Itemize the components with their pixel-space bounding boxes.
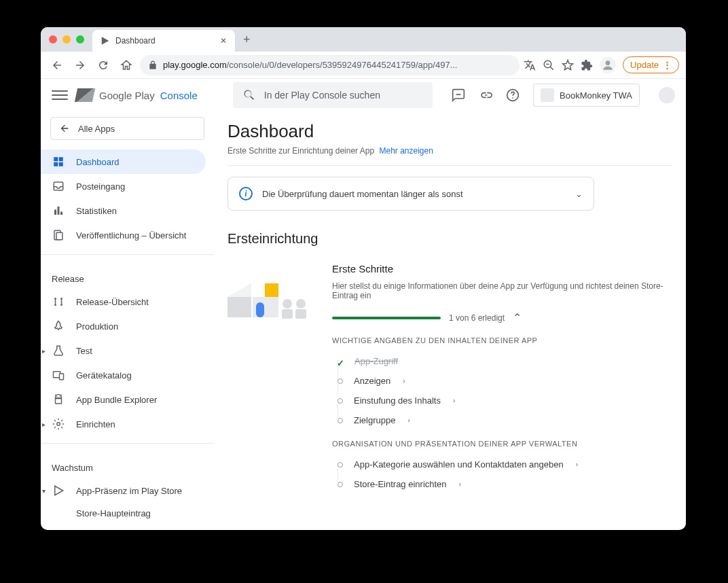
svg-rect-15 (60, 212, 62, 215)
minimize-window-button[interactable] (62, 35, 71, 43)
page-title: Dashboard (228, 121, 672, 142)
search-input[interactable]: In der Play Console suchen (233, 82, 433, 108)
content-area: Alle Apps Dashboard Posteingang Statisti… (41, 111, 686, 530)
expand-icon: ▸ (42, 421, 46, 428)
forward-button[interactable] (71, 56, 90, 75)
page-subtitle: Erste Schritte zur Einrichtung deiner Ap… (228, 146, 672, 156)
svg-point-37 (283, 299, 292, 308)
task-ads[interactable]: Anzeigen› (340, 371, 672, 391)
play-console-favicon (101, 36, 110, 46)
svg-rect-13 (54, 210, 56, 215)
chevron-down-icon[interactable]: ⌄ (575, 189, 583, 199)
sidebar-item-stats[interactable]: Statistiken (41, 198, 206, 223)
address-bar: play.google.com/console/u/0/developers/5… (41, 52, 686, 79)
all-apps-button[interactable]: Alle Apps (50, 117, 204, 140)
sidebar-item-custom-listings[interactable]: Benutzerdefinierte Store-Einträge (41, 524, 206, 530)
titlebar: Dashboard ✕ + (41, 27, 686, 52)
sidebar-item-bundle-explorer[interactable]: App Bundle Explorer (41, 387, 206, 412)
sidebar-item-release-overview[interactable]: Release-Übersicht (41, 289, 206, 314)
bookmark-star-icon[interactable] (562, 59, 574, 71)
setup-body: Erste Schritte Hier stellst du einige In… (332, 263, 672, 494)
task-category[interactable]: App-Kategorie auswählen und Kontaktdaten… (340, 455, 672, 474)
svg-rect-36 (256, 302, 264, 317)
svg-rect-10 (54, 162, 58, 166)
show-more-link[interactable]: Mehr anzeigen (379, 146, 433, 156)
menu-toggle-button[interactable] (52, 87, 68, 103)
expand-icon: ▸ (42, 347, 46, 355)
user-avatar[interactable] (659, 87, 675, 103)
close-tab-button[interactable]: ✕ (220, 36, 227, 46)
reload-button[interactable] (94, 56, 113, 75)
lock-icon (148, 60, 158, 70)
url-path: /console/u/0/developers/5395924976445241… (227, 60, 458, 70)
svg-point-21 (60, 304, 62, 306)
svg-point-30 (57, 423, 60, 426)
sidebar-item-test[interactable]: ▸ Test (41, 338, 206, 363)
update-button[interactable]: Update⋮ (623, 56, 679, 73)
sidebar-item-device-catalog[interactable]: Gerätekatalog (41, 363, 206, 387)
svg-point-18 (54, 298, 56, 300)
home-button[interactable] (117, 56, 136, 75)
circle-icon (338, 378, 343, 384)
sidebar-item-setup[interactable]: ▸ Einrichten (41, 412, 206, 436)
link-icon[interactable] (479, 88, 492, 102)
svg-point-19 (60, 298, 62, 300)
svg-point-28 (60, 396, 61, 398)
task-list-1: App-Zugriff Anzeigen› Einstufung des Inh… (332, 351, 672, 430)
extensions-icon[interactable] (581, 59, 593, 71)
info-banner[interactable]: i Die Überprüfung dauert momentan länger… (228, 177, 594, 211)
svg-rect-32 (228, 297, 251, 317)
check-icon (337, 358, 344, 365)
circle-icon (338, 482, 343, 487)
svg-rect-38 (282, 309, 293, 319)
task-app-access[interactable]: App-Zugriff (340, 351, 672, 371)
svg-rect-40 (295, 309, 306, 319)
maximize-window-button[interactable] (76, 35, 84, 43)
svg-point-4 (606, 60, 611, 65)
svg-rect-9 (59, 157, 63, 161)
devices-icon (52, 368, 65, 382)
svg-rect-11 (59, 162, 63, 166)
task-content-rating[interactable]: Einstufung des Inhalts› (340, 391, 672, 410)
url-domain: play.google.com (163, 60, 227, 70)
sidebar-item-inbox[interactable]: Posteingang (41, 174, 206, 198)
setup-title: Erste Schritte (332, 263, 672, 275)
sidebar-item-main-listing[interactable]: Store-Haupteintrag (41, 503, 206, 524)
new-tab-button[interactable]: + (243, 33, 251, 47)
chevron-up-icon[interactable]: ⌃ (513, 311, 522, 324)
app-selector[interactable]: BookMonkey TWA (533, 84, 640, 107)
browser-profile-avatar[interactable] (600, 57, 616, 73)
sidebar-item-dashboard[interactable]: Dashboard (41, 149, 206, 174)
svg-rect-17 (56, 232, 62, 240)
sidebar-header-growth: Wachstum (41, 450, 214, 478)
brand[interactable]: Google Play Console (76, 88, 198, 102)
task-audience[interactable]: Zielgruppe› (340, 410, 672, 430)
sidebar-item-store-presence[interactable]: ▾ App-Präsenz im Play Store (41, 478, 206, 503)
circle-icon (338, 462, 343, 467)
sidebar-item-publishing[interactable]: Veröffentlichung – Übersicht (41, 223, 206, 247)
play-console-logo-icon (75, 88, 95, 102)
url-input[interactable]: play.google.com/console/u/0/developers/5… (140, 55, 520, 75)
svg-marker-33 (228, 283, 251, 297)
stats-icon (52, 204, 65, 217)
back-button[interactable] (48, 56, 67, 75)
setup-description: Hier stellst du einige Informationen übe… (332, 281, 672, 300)
tasks-section-header-2: Organisation und Präsentation deiner App… (332, 440, 672, 448)
svg-point-27 (56, 396, 58, 398)
progress-text: 1 von 6 erledigt (449, 313, 505, 323)
chevron-right-icon: › (453, 397, 455, 404)
help-icon[interactable] (506, 88, 520, 102)
svg-rect-26 (60, 374, 64, 380)
info-text: Die Überprüfung dauert momentan länger a… (262, 189, 463, 199)
app-icon (541, 88, 554, 102)
sidebar-item-production[interactable]: Produktion (41, 314, 206, 338)
task-store-listing[interactable]: Store-Eintrag einrichten› (340, 474, 672, 494)
zoom-icon[interactable] (543, 59, 555, 71)
close-window-button[interactable] (49, 35, 57, 43)
tasks-section-header-1: Wichtige Angaben zu den Inhalten deiner … (332, 336, 672, 344)
inbox-icon[interactable] (452, 88, 465, 102)
browser-tab[interactable]: Dashboard ✕ (92, 30, 235, 52)
chevron-right-icon: › (403, 377, 405, 385)
translate-icon[interactable] (524, 59, 536, 71)
publishing-icon (52, 228, 65, 242)
